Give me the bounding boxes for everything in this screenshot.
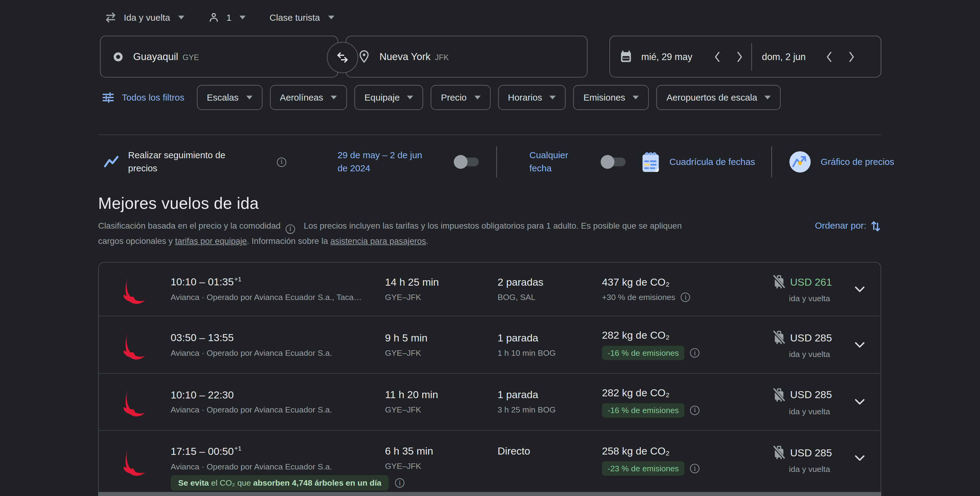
sort-by-button[interactable]: Ordenar por:: [815, 219, 881, 232]
avianca-logo-icon: [99, 386, 171, 418]
price-note-line2: cargos opcionales y: [98, 236, 175, 246]
price-graph-label[interactable]: Gráfico de precios: [821, 157, 894, 167]
eco-banner: Se evita el CO₂ que absorben 4,748 árbol…: [171, 475, 389, 491]
any-date-toggle[interactable]: [601, 154, 627, 169]
trip-type-label: ida y vuelta: [789, 349, 832, 359]
flight-times: 10:10 – 22:30: [171, 389, 385, 401]
flight-price: USD 285: [790, 447, 832, 458]
flight-stops-detail: BOG, SAL: [498, 293, 602, 302]
return-date-next-icon[interactable]: [843, 48, 859, 65]
dates-field: mié, 29 may dom, 2 jun: [609, 36, 881, 78]
flight-price: USD 285: [790, 332, 832, 343]
flight-stops-detail: 1 h 10 min BOG: [498, 348, 602, 358]
filter-bar: Todos los filtros Escalas Aerolíneas Equ…: [102, 85, 788, 110]
date-grid-label[interactable]: Cuadrícula de fechas: [670, 157, 755, 167]
filter-chip-times[interactable]: Horarios: [498, 85, 566, 110]
flight-stops: 1 parada: [498, 332, 602, 343]
expand-flight-icon[interactable]: [854, 398, 865, 406]
results-note: Clasificación basada en el precio y la c…: [98, 219, 780, 249]
info-icon[interactable]: [690, 405, 700, 415]
flight-route: GYE–JFK: [385, 405, 498, 415]
flight-price: USD 285: [790, 389, 832, 401]
trip-type-label: ida y vuelta: [789, 464, 832, 475]
expand-flight-icon[interactable]: [854, 445, 865, 462]
price-note-line1: Los precios incluyen las tarifas y los i…: [304, 221, 682, 231]
flight-route: GYE–JFK: [385, 293, 498, 302]
flight-times: 10:10 – 01:35+1: [171, 276, 385, 288]
clipped-next-row: [98, 492, 881, 496]
flight-stops: 2 paradas: [498, 276, 602, 288]
flight-route: GYE–JFK: [385, 348, 498, 358]
filter-chip-connecting-airports[interactable]: Aeropuertos de escala: [657, 85, 781, 110]
caret-down-icon: [407, 96, 414, 99]
destination-field[interactable]: Nueva York JFK: [346, 36, 588, 78]
passengers-select[interactable]: 1: [206, 8, 248, 27]
caret-down-icon: [240, 16, 246, 19]
depart-date[interactable]: mié, 29 may: [641, 51, 709, 62]
passengers-count: 1: [226, 13, 232, 22]
caret-down-icon: [331, 96, 337, 99]
emissions-change: -16 % de emisiones: [602, 346, 685, 360]
swap-horizontal-icon: [104, 11, 117, 24]
filter-chip-price[interactable]: Precio: [431, 85, 490, 110]
no-luggage-icon: [773, 330, 786, 345]
any-date-label[interactable]: Cualquier fecha: [530, 149, 583, 175]
tracked-date-range[interactable]: 29 de may – 2 de jun de 2024: [337, 149, 426, 175]
filter-chip-bags[interactable]: Equipaje: [355, 85, 423, 110]
emissions-change: -16 % de emisiones: [602, 403, 685, 417]
info-icon[interactable]: [395, 479, 404, 488]
caret-down-icon: [246, 96, 252, 99]
expand-flight-icon[interactable]: [854, 341, 865, 349]
dates-divider: [751, 43, 752, 70]
passenger-assistance-link[interactable]: asistencia para pasajeros: [331, 236, 426, 246]
flight-route: GYE–JFK: [385, 461, 498, 471]
info-icon[interactable]: [681, 293, 690, 302]
calendar-icon: [620, 50, 632, 63]
swap-origin-destination-button[interactable]: [327, 42, 358, 73]
info-icon[interactable]: [277, 157, 286, 167]
flight-carrier: Avianca · Operado por Avianca Ecuador S.…: [171, 405, 385, 415]
caret-down-icon: [550, 96, 556, 99]
flight-co2: 282 kg de CO₂: [602, 386, 738, 399]
info-icon[interactable]: [690, 464, 700, 473]
depart-date-prev-icon[interactable]: [709, 48, 725, 65]
return-date-prev-icon[interactable]: [821, 48, 837, 65]
cabin-class-select[interactable]: Clase turista: [267, 9, 337, 26]
flight-times: 17:15 – 00:50+1: [171, 445, 385, 457]
caret-down-icon: [474, 96, 480, 99]
flight-row[interactable]: 10:10 – 01:35+1 Avianca · Operado por Av…: [99, 262, 881, 316]
flight-carrier: Avianca · Operado por Avianca Ecuador S.…: [171, 461, 385, 472]
destination-code: JFK: [435, 51, 449, 62]
flight-row[interactable]: 03:50 – 13:55 Avianca · Operado por Avia…: [99, 316, 881, 374]
trip-type-label: ida y vuelta: [789, 294, 832, 304]
flight-co2: 437 kg de CO₂: [602, 276, 738, 288]
cabin-class-value: Clase turista: [269, 13, 320, 22]
price-graph-icon: [788, 150, 812, 174]
google-flights-page: Ida y vuelta 1 Clase turista Guayaquil G…: [0, 0, 980, 496]
filter-chip-stops[interactable]: Escalas: [197, 85, 262, 110]
trip-controls: Ida y vuelta 1 Clase turista: [102, 8, 337, 28]
all-filters-button[interactable]: Todos los filtros: [102, 91, 185, 104]
flight-row[interactable]: 10:10 – 22:30 Avianca · Operado por Avia…: [99, 374, 881, 431]
filter-chip-emissions[interactable]: Emisiones: [573, 85, 649, 110]
return-date[interactable]: dom, 2 jun: [762, 51, 821, 62]
expand-flight-icon[interactable]: [854, 285, 865, 293]
price-tracking-bar: Realizar seguimiento de precios 29 de ma…: [103, 144, 894, 180]
depart-date-next-icon[interactable]: [731, 48, 748, 65]
origin-field[interactable]: Guayaquil GYE: [100, 36, 338, 78]
flight-co2: 258 kg de CO₂: [602, 445, 738, 457]
emissions-change: +30 % de emisiones: [602, 293, 676, 302]
info-icon[interactable]: [690, 348, 700, 358]
trip-type-select[interactable]: Ida y vuelta: [102, 8, 187, 28]
bag-fees-link[interactable]: tarifas por equipaje: [175, 236, 247, 246]
filter-chip-airlines[interactable]: Aerolíneas: [270, 85, 347, 110]
section-divider: [98, 134, 881, 135]
caret-down-icon: [178, 16, 185, 19]
avianca-logo-icon: [99, 329, 171, 361]
flight-row[interactable]: 17:15 – 00:50+1 Avianca · Operado por Av…: [99, 431, 881, 496]
track-dates-toggle[interactable]: [454, 154, 480, 169]
info-icon[interactable]: [286, 224, 295, 234]
caret-down-icon: [765, 96, 771, 99]
no-luggage-icon: [773, 387, 786, 402]
location-pin-icon: [359, 50, 369, 63]
